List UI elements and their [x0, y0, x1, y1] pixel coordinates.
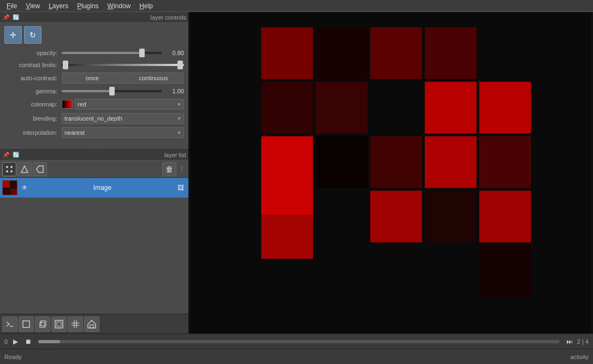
svg-rect-9 [3, 189, 10, 195]
layer-controls-header: 📌 🔄 layer controls [0, 12, 188, 23]
layer-item-image[interactable]: 👁 Image 🖼 [0, 178, 188, 198]
end-button[interactable]: ⏭ [564, 336, 575, 347]
playback-thumb [38, 340, 60, 343]
square-button[interactable] [19, 317, 34, 332]
opacity-control: 0.80 [62, 50, 184, 56]
svg-rect-37 [316, 190, 367, 242]
refresh-icon[interactable]: 🔄 [12, 14, 20, 21]
shapes-tool-button[interactable] [17, 162, 32, 176]
svg-marker-4 [21, 166, 28, 172]
stop-button[interactable]: ⏹ [23, 336, 34, 347]
menu-window[interactable]: Window [103, 1, 135, 11]
svg-rect-29 [261, 82, 313, 134]
play-button[interactable]: ▶ [10, 336, 21, 347]
svg-marker-22 [88, 320, 96, 328]
thumbnail-image [3, 181, 17, 195]
svg-rect-42 [479, 136, 531, 188]
contrast-control [62, 64, 184, 66]
gamma-label: gamma: [4, 88, 62, 94]
svg-rect-17 [57, 322, 61, 326]
svg-rect-43 [479, 190, 531, 242]
svg-rect-41 [479, 82, 531, 134]
dots-divider: ··· [0, 140, 188, 149]
menu-view[interactable]: View [21, 1, 44, 11]
colormap-label: colormap: [4, 101, 62, 108]
layer-type-icon: 🖼 [175, 182, 186, 193]
contrast-right-thumb[interactable] [177, 61, 183, 69]
interpolation-arrow-icon: ▼ [177, 130, 181, 135]
square-icon [22, 320, 31, 329]
box3d-button[interactable] [35, 317, 50, 332]
auto-contrast-row: auto-contrast: once continuous [0, 71, 188, 85]
playback-slider[interactable] [38, 340, 560, 343]
svg-rect-16 [55, 320, 63, 328]
svg-rect-23 [90, 325, 93, 328]
points-tool-button[interactable] [2, 162, 16, 176]
grid-icon [71, 320, 80, 329]
labels-tool-button[interactable] [33, 162, 47, 176]
layer-list-section: 📌 🔄 layer list 🗑 ⋮ [0, 150, 188, 314]
auto-contrast-label: auto-contrast: [4, 75, 62, 81]
left-panel: 📌 🔄 layer controls ✛ ↻ opacity: 0.80 [0, 12, 188, 333]
auto-contrast-continuous-button[interactable]: continuous [123, 73, 183, 83]
canvas-area[interactable] [188, 12, 593, 333]
layer-list-title: layer list [164, 152, 186, 158]
interpolation-value: nearest [64, 129, 85, 136]
menu-help[interactable]: Help [135, 1, 157, 11]
tool-buttons-row: ✛ ↻ [0, 23, 188, 47]
list-refresh-icon[interactable]: 🔄 [12, 151, 20, 159]
contrast-left-thumb[interactable] [63, 61, 68, 69]
svg-rect-25 [261, 27, 313, 79]
svg-rect-28 [425, 27, 477, 79]
points-icon [5, 165, 13, 173]
svg-rect-40 [261, 215, 313, 259]
menu-plugins[interactable]: Plugins [73, 1, 103, 11]
gamma-value: 1.00 [164, 88, 184, 94]
svg-rect-31 [370, 82, 422, 134]
svg-point-1 [10, 166, 13, 168]
grid-button[interactable] [68, 317, 83, 332]
interpolation-control: nearest ▼ [62, 127, 184, 138]
list-pin-icon[interactable]: 📌 [2, 151, 10, 159]
svg-rect-33 [261, 136, 313, 216]
contrast-slider[interactable] [62, 64, 184, 66]
blending-arrow-icon: ▼ [177, 116, 181, 121]
bottom-toolbar [0, 314, 188, 333]
svg-rect-39 [425, 190, 477, 242]
blending-select[interactable]: translucent_no_depth ▼ [62, 113, 184, 124]
layer-controls-title: layer controls [151, 14, 186, 21]
interpolation-label: interpolation: [4, 129, 62, 136]
colormap-value: red [78, 101, 86, 108]
opacity-value: 0.80 [164, 50, 184, 56]
menubar: File View Layers Plugins Window Help [0, 0, 593, 12]
menu-file[interactable]: File [2, 1, 21, 11]
auto-contrast-once-button[interactable]: once [62, 73, 122, 83]
svg-rect-7 [3, 181, 10, 188]
home-icon [87, 320, 96, 329]
svg-point-0 [6, 166, 8, 168]
menu-layers[interactable]: Layers [44, 1, 73, 11]
opacity-slider[interactable] [62, 52, 162, 54]
frame-total: 2 | 4 [577, 338, 589, 345]
colormap-arrow-icon: ▼ [177, 102, 181, 107]
move-tool-button[interactable]: ✛ [4, 26, 22, 44]
delete-layer-button[interactable]: 🗑 [162, 162, 176, 176]
shapes-icon [21, 165, 28, 173]
main-area: 📌 🔄 layer controls ✛ ↻ opacity: 0.80 [0, 12, 593, 333]
layer-more-button[interactable]: ⋮ [177, 162, 186, 176]
pin-icon[interactable]: 📌 [2, 14, 10, 21]
svg-rect-38 [370, 190, 422, 242]
svg-rect-13 [40, 323, 45, 327]
opacity-row: opacity: 0.80 [0, 47, 188, 59]
gamma-slider[interactable] [62, 90, 162, 92]
svg-rect-14 [41, 321, 46, 326]
layer-visibility-button[interactable]: 👁 [20, 183, 29, 193]
interpolation-select[interactable]: nearest ▼ [62, 127, 184, 138]
terminal-button[interactable] [2, 317, 17, 332]
labels-icon [36, 165, 44, 173]
gamma-row: gamma: 1.00 [0, 85, 188, 97]
home-button[interactable] [84, 317, 99, 332]
frame-button[interactable] [51, 317, 67, 332]
transform-tool-button[interactable]: ↻ [24, 26, 41, 44]
colormap-select[interactable]: red ▼ [75, 99, 184, 110]
